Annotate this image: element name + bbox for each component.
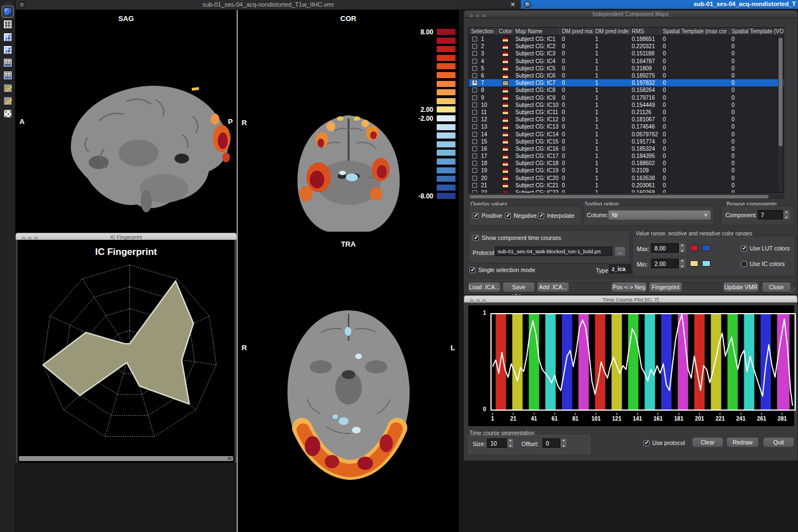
- icm-dialog-titlebar[interactable]: Independent Component Maps: [464, 11, 797, 18]
- draw-roi2-icon[interactable]: [2, 95, 13, 106]
- row-checkbox[interactable]: [472, 139, 477, 144]
- scroll-arrow-icon[interactable]: [227, 457, 233, 461]
- table-row[interactable]: 11Subject CG: IC11010.2112600: [469, 109, 784, 116]
- table-row[interactable]: 22Subject CG: IC22010.16026800: [469, 189, 784, 193]
- table-row[interactable]: 2Subject CG: IC2010.22032100: [469, 43, 784, 50]
- row-checkbox[interactable]: [472, 146, 477, 151]
- row-checkbox[interactable]: [472, 154, 477, 158]
- row-checkbox[interactable]: [472, 161, 477, 166]
- table-hscrollbar[interactable]: [468, 195, 784, 199]
- size-spin-buttons[interactable]: [507, 438, 514, 448]
- negative-color-swatch[interactable]: [702, 245, 710, 251]
- dice-view-icon[interactable]: [2, 108, 13, 119]
- row-checkbox[interactable]: [472, 44, 477, 49]
- column-header[interactable]: Spatial Template (VOI: [729, 28, 784, 35]
- redraw-button[interactable]: Redraw: [727, 437, 759, 447]
- min-spin-buttons[interactable]: [679, 259, 686, 268]
- draw-roi-icon[interactable]: [2, 83, 13, 94]
- table-row[interactable]: 10Subject CG: IC10010.15444900: [469, 101, 784, 109]
- timecourse-plot[interactable]: 1 0 121416181101121141161181201221241261…: [468, 305, 794, 426]
- grid-view-icon[interactable]: [2, 19, 13, 30]
- pos-neg-button[interactable]: Pos <-> Neg: [611, 282, 647, 292]
- table-row[interactable]: 14Subject CG: IC14010.057976200: [469, 130, 784, 137]
- table-row[interactable]: 4Subject CG: IC4010.16478700: [469, 58, 784, 65]
- positive-min-color-swatch[interactable]: [690, 260, 698, 267]
- offset-spinbox[interactable]: 0: [543, 438, 560, 448]
- checkbox-icon[interactable]: [643, 440, 649, 446]
- update-vmr-button[interactable]: Update VMR: [723, 282, 759, 292]
- load-ica-button[interactable]: Load .ICA...: [468, 282, 500, 292]
- table-row[interactable]: 18Subject CG: IC18010.18860200: [469, 160, 784, 167]
- tra-view[interactable]: TRA R L: [238, 233, 459, 532]
- row-checkbox[interactable]: [472, 124, 477, 129]
- single-selection-checkbox[interactable]: Single selection mode: [469, 267, 535, 273]
- quit-button[interactable]: Quit: [763, 437, 794, 447]
- cor-view[interactable]: COR R L: [238, 10, 459, 233]
- row-checkbox[interactable]: [472, 51, 477, 56]
- use-protocol-checkbox[interactable]: Use protocol: [643, 439, 685, 446]
- slice-row-icon[interactable]: [2, 57, 13, 68]
- max-spinbox[interactable]: 8.00: [651, 243, 679, 253]
- checkbox-icon[interactable]: [538, 213, 544, 219]
- negative-checkbox[interactable]: Negative: [505, 212, 536, 219]
- resize-grip[interactable]: [790, 287, 796, 293]
- row-checkbox[interactable]: [472, 95, 477, 100]
- close-icon[interactable]: ✕: [510, 1, 515, 8]
- checkbox-icon[interactable]: [473, 213, 479, 219]
- fingerprint-window-titlebar[interactable]: IC Fingerprint: [16, 233, 237, 240]
- offset-spin-buttons[interactable]: [560, 438, 567, 448]
- table-row[interactable]: 8Subject CG: IC8010.15826400: [469, 86, 784, 94]
- table-row[interactable]: 13Subject CG: IC13010.17454600: [469, 123, 784, 130]
- column-header[interactable]: Spatial Template (max cor: [661, 28, 729, 35]
- table-row[interactable]: 5Subject CG: IC5010.2180900: [469, 65, 784, 72]
- table-row[interactable]: 17Subject CG: IC17010.18439500: [469, 152, 784, 160]
- use-lut-colors-checkbox[interactable]: Use LUT colors: [741, 245, 790, 252]
- row-checkbox[interactable]: [472, 80, 477, 85]
- interpolate-checkbox[interactable]: Interpolate: [538, 212, 575, 219]
- save-ica-button[interactable]: Save .ICA...: [503, 282, 535, 292]
- window-traffic-lights[interactable]: [468, 298, 490, 302]
- checkbox-icon[interactable]: [741, 245, 747, 252]
- close-button[interactable]: Close: [762, 282, 791, 292]
- row-checkbox[interactable]: [472, 37, 477, 42]
- sag-view[interactable]: SAG A P: [16, 10, 237, 233]
- max-spin-buttons[interactable]: [679, 243, 686, 253]
- column-header[interactable]: DM pred ma›: [560, 28, 593, 35]
- table-row[interactable]: 15Subject CG: IC15010.19177400: [469, 138, 784, 145]
- add-ica-button[interactable]: Add .ICA...: [537, 282, 569, 292]
- row-checkbox[interactable]: [472, 73, 477, 78]
- table-row[interactable]: 3Subject CG: IC3010.15118800: [469, 50, 784, 57]
- row-checkbox[interactable]: [472, 117, 477, 122]
- table-row[interactable]: 16Subject CG: IC16010.18532400: [469, 145, 784, 152]
- table-row[interactable]: 12Subject CG: IC12010.18106700: [469, 116, 784, 123]
- component-spinbox[interactable]: 7: [758, 210, 783, 219]
- column-header[interactable]: Color: [497, 28, 513, 35]
- table-row[interactable]: 6Subject CG: IC6010.18927500: [469, 72, 784, 79]
- row-checkbox[interactable]: [472, 176, 477, 181]
- row-checkbox[interactable]: [472, 59, 477, 64]
- checkbox-icon[interactable]: [505, 213, 511, 219]
- column-header[interactable]: DM pred inde›: [593, 28, 630, 35]
- negative-min-color-swatch[interactable]: [702, 260, 710, 267]
- clear-button[interactable]: Clear: [692, 437, 723, 447]
- row-checkbox[interactable]: [472, 168, 477, 173]
- protocol-browse-button[interactable]: ...: [615, 247, 626, 257]
- column-header[interactable]: RMS: [630, 28, 661, 35]
- column-header[interactable]: Map Name: [513, 28, 560, 35]
- positive-checkbox[interactable]: Positive: [473, 212, 502, 219]
- vmr-window-titlebar[interactable]: sub-01_ses-04_acq-nondistorted_T1w_IIHC.…: [16, 0, 521, 10]
- checkbox-icon[interactable]: [469, 267, 475, 273]
- component-table[interactable]: SelectionColorMap NameDM pred ma›DM pred…: [468, 27, 784, 193]
- toolbar-grip[interactable]: [4, 2, 12, 4]
- timecourse-window-titlebar[interactable]: Time Course Plot [IC: 7]: [464, 295, 797, 303]
- column-header[interactable]: Selection: [469, 28, 497, 35]
- row-checkbox[interactable]: [472, 190, 477, 193]
- slice-row2-icon[interactable]: [2, 70, 13, 81]
- multi-slice-blue-icon[interactable]: [2, 32, 13, 43]
- window-traffic-lights[interactable]: [19, 235, 42, 239]
- fingerprint-hscrollbar[interactable]: [19, 456, 233, 461]
- protocol-field[interactable]: sub-01_ses-04_task-blocked_run-1_bold.pr…: [495, 247, 612, 256]
- use-ic-colors-checkbox[interactable]: Use IC colors: [741, 260, 785, 267]
- multi-slice-blue2-icon[interactable]: [2, 44, 13, 55]
- row-checkbox[interactable]: [472, 110, 477, 115]
